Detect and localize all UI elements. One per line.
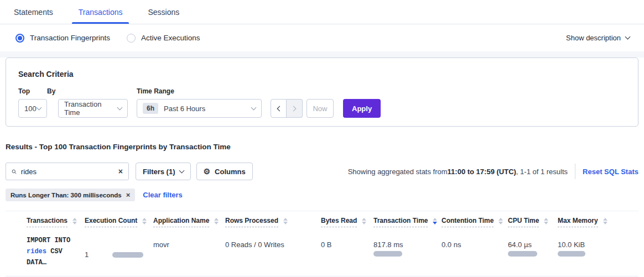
transaction-time-cell: 817.8 ms: [373, 232, 442, 268]
sort-icon[interactable]: [603, 218, 607, 224]
search-box[interactable]: ×: [6, 163, 129, 180]
time-range-label: Time Range: [137, 87, 262, 95]
columns-button[interactable]: ⚙ Columns: [196, 163, 253, 180]
execution-count-cell: 1: [85, 232, 153, 268]
search-icon: [12, 168, 17, 175]
active-filters-row: Runs Longer Than: 300 milliseconds × Cle…: [6, 189, 638, 201]
sort-icon[interactable]: [214, 218, 219, 224]
sort-icon[interactable]: [362, 218, 366, 224]
sort-icon[interactable]: [283, 218, 288, 224]
previous-time-window-button[interactable]: [271, 99, 287, 118]
radio-active-executions[interactable]: Active Executions: [127, 34, 200, 43]
chevron-down-icon: [625, 34, 631, 40]
column-header-contention-time[interactable]: Contention Time: [442, 211, 508, 232]
chevron-down-icon: [251, 104, 257, 110]
transaction-time-value: 817.8 ms: [373, 241, 442, 249]
vertical-divider: [575, 164, 575, 179]
time-range-value: Past 6 Hours: [164, 104, 205, 113]
by-label: By: [47, 87, 128, 95]
stats-time-range: 11:00 to 17:59 (UTC): [448, 168, 516, 176]
column-header-bytes-read[interactable]: Bytes Read: [321, 211, 373, 232]
radio-label: Active Executions: [141, 34, 200, 42]
execution-count-value: 1: [85, 250, 89, 259]
results-table: Transactions Execution Count Application…: [6, 211, 638, 276]
tab-transactions[interactable]: Transactions: [79, 0, 123, 24]
clear-filters-link[interactable]: Clear filters: [143, 191, 183, 199]
search-criteria-title: Search Criteria: [18, 70, 626, 79]
column-header-transaction-time[interactable]: Transaction Time: [373, 211, 442, 232]
tab-statements[interactable]: Statements: [14, 0, 53, 24]
sort-icon[interactable]: [142, 218, 147, 224]
table-row: IMPORT INTO rides CSV DATA… 1 movr 0 Rea…: [6, 232, 638, 276]
cpu-time-cell: 64.0 µs: [508, 232, 558, 268]
transaction-fingerprint-cell[interactable]: IMPORT INTO rides CSV DATA…: [27, 232, 85, 268]
results-toolbar: × Filters (1) ⚙ Columns Showing aggregat…: [6, 163, 638, 180]
aggregated-stats-text: Showing aggregated stats from 11:00 to 1…: [348, 168, 568, 176]
column-header-application-name[interactable]: Application Name: [153, 211, 225, 232]
radio-unselected-icon[interactable]: [127, 34, 136, 43]
sort-icon[interactable]: [544, 218, 548, 224]
show-description-toggle[interactable]: Show description: [566, 34, 630, 42]
time-window-arrows: [271, 99, 303, 118]
results-heading: Results - Top 100 Transaction Fingerprin…: [6, 143, 638, 151]
search-criteria-panel: Search Criteria Top 100 By Transaction T…: [6, 58, 638, 127]
chevron-down-icon: [179, 168, 184, 173]
apply-button[interactable]: Apply: [343, 99, 381, 118]
show-description-label: Show description: [566, 34, 621, 42]
clear-search-icon[interactable]: ×: [118, 168, 123, 175]
radio-label: Transaction Fingerprints: [30, 34, 110, 42]
filter-pill[interactable]: Runs Longer Than: 300 milliseconds ×: [6, 189, 135, 201]
bytes-read-cell: 0 B: [321, 232, 373, 268]
transaction-link[interactable]: rides: [27, 248, 46, 255]
contention-time-cell: 0.0 ns: [442, 232, 508, 268]
filter-pill-label: Runs Longer Than: 300 milliseconds: [11, 192, 122, 198]
transaction-time-bar: [373, 251, 402, 257]
columns-button-label: Columns: [215, 168, 246, 176]
chevron-down-icon: [117, 104, 123, 110]
column-header-cpu-time[interactable]: CPU Time: [508, 211, 558, 232]
tab-sessions[interactable]: Sessions: [148, 0, 179, 24]
sql-text-line1: IMPORT INTO: [27, 235, 85, 246]
cpu-time-value: 64.0 µs: [508, 241, 558, 249]
section-divider: [0, 51, 644, 58]
top-select[interactable]: 100: [18, 99, 47, 118]
cpu-time-bar: [508, 251, 537, 257]
remove-filter-icon[interactable]: ×: [126, 191, 131, 198]
results-section: Results - Top 100 Transaction Fingerprin…: [0, 143, 644, 276]
filters-button-label: Filters (1): [143, 168, 175, 176]
sort-icon[interactable]: [498, 218, 503, 224]
max-memory-value: 10.0 KiB: [558, 241, 638, 249]
radio-transaction-fingerprints[interactable]: Transaction Fingerprints: [15, 34, 110, 43]
time-range-badge: 6h: [143, 103, 158, 114]
top-select-value: 100: [24, 104, 37, 113]
stats-prefix: Showing aggregated stats from: [348, 168, 448, 176]
max-memory-bar: [558, 251, 585, 257]
radio-selected-icon[interactable]: [15, 34, 24, 43]
column-header-transactions[interactable]: Transactions: [27, 211, 85, 232]
sort-icon-active-desc[interactable]: [433, 218, 437, 224]
by-select-value: Transaction Time: [64, 100, 118, 117]
now-button[interactable]: Now: [307, 99, 334, 118]
sort-icon[interactable]: [72, 218, 77, 224]
application-name-cell: movr: [153, 232, 225, 268]
filters-button[interactable]: Filters (1): [136, 163, 191, 180]
reset-sql-stats-link[interactable]: Reset SQL Stats: [583, 168, 638, 176]
view-toggle-row: Transaction Fingerprints Active Executio…: [0, 24, 644, 51]
top-label: Top: [18, 87, 47, 95]
column-header-max-memory[interactable]: Max Memory: [558, 211, 638, 232]
by-select[interactable]: Transaction Time: [58, 99, 128, 118]
max-memory-cell: 10.0 KiB: [558, 232, 638, 268]
table-header-row: Transactions Execution Count Application…: [6, 211, 638, 232]
search-input[interactable]: [21, 168, 118, 176]
rows-processed-cell: 0 Reads / 0 Writes: [225, 232, 321, 268]
stats-suffix: , 1-1 of 1 results: [516, 168, 568, 176]
column-header-execution-count[interactable]: Execution Count: [85, 211, 153, 232]
gear-icon: ⚙: [204, 168, 211, 175]
next-time-window-button[interactable]: [287, 99, 303, 118]
sql-text-line2: rides CSV DATA…: [27, 246, 85, 268]
time-range-select[interactable]: 6h Past 6 Hours: [137, 99, 262, 118]
column-header-rows-processed[interactable]: Rows Processed: [225, 211, 321, 232]
execution-count-bar: [112, 252, 143, 258]
chevron-right-icon: [291, 106, 297, 111]
chevron-down-icon: [37, 104, 42, 110]
